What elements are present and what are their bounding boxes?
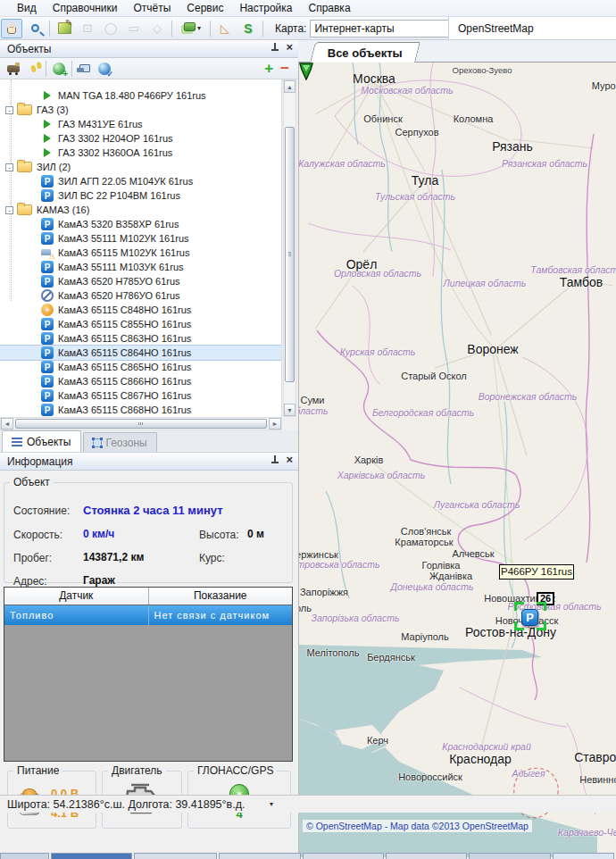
map-combo-label: Карта:: [275, 22, 306, 35]
polygon-tool-button[interactable]: ◇: [146, 19, 168, 38]
select-tool-button[interactable]: ⊡: [77, 19, 98, 38]
tree-item[interactable]: PКамАЗ 55111 М103УК 61rus: [0, 260, 281, 274]
map-tabbar: Все объекты: [298, 40, 616, 63]
tree-item-label: КамАЗ 55111 М102УК 161rus: [58, 233, 189, 244]
tree-item[interactable]: PКамАЗ 65115 С865НО 161rus: [0, 360, 281, 374]
menu-item[interactable]: Справка: [300, 1, 358, 15]
expand-icon[interactable]: -: [5, 106, 13, 114]
map-tab-all-objects[interactable]: Все объекты: [310, 42, 420, 63]
menu-item[interactable]: Справочники: [45, 1, 126, 15]
tree-item-label: КамАЗ 65115 М102УК 161rus: [58, 247, 189, 258]
tree-item[interactable]: КамАЗ 65115 С848НО 161rus: [0, 303, 281, 317]
pin-icon[interactable]: [271, 42, 279, 53]
measure-button[interactable]: ◺: [214, 19, 236, 38]
tree-item-label: ГАЗ 3302 Н204ОР 161rus: [58, 133, 173, 144]
expand-icon[interactable]: -: [5, 206, 13, 214]
tree-group[interactable]: -ГАЗ (3): [0, 103, 281, 117]
sensor-row[interactable]: ТопливоНет связи с датчиком: [4, 605, 292, 625]
parking-marker[interactable]: P: [521, 609, 538, 626]
tab-geozones[interactable]: Геозоны: [83, 432, 157, 452]
vehicle-direction-marker[interactable]: [299, 63, 313, 80]
tree-item-label: КамАЗ 65115 С848НО 161rus: [58, 304, 191, 315]
tree-item[interactable]: PЗИЛ АГП 22.05 М104УК 61rus: [0, 174, 281, 188]
tree-item[interactable]: MAN TGA 18.480 Р466РУ 161rus: [0, 88, 281, 103]
expand-icon[interactable]: -: [5, 163, 13, 171]
close-icon[interactable]: ×: [286, 455, 293, 465]
tree-item[interactable]: PКамАЗ 65115 С867НО 161rus: [0, 388, 281, 403]
tree-item-label: КАМАЗ (16): [37, 204, 89, 215]
scroll-down-icon[interactable]: ▼: [284, 404, 296, 416]
map-region-label: Курская область: [340, 346, 416, 357]
arrow-icon: [41, 118, 54, 130]
sensors-table-header: Датчик Показание: [4, 588, 292, 605]
map-city-label: Суми: [300, 395, 324, 405]
state-label: Состояние:: [13, 505, 70, 517]
hand-tool-button[interactable]: [1, 19, 22, 38]
chevron-down-icon[interactable]: ▾: [270, 800, 273, 808]
tree-item[interactable]: ГАЗ 3302 Н360ОА 161rus: [0, 146, 281, 160]
map-city-label: Харків: [354, 455, 384, 465]
tree-item[interactable]: PКамАЗ 65115 С864НО 161rus: [0, 346, 281, 360]
scroll-left-icon[interactable]: ◄: [1, 418, 13, 430]
tree-item[interactable]: КамАЗ 6520 Н786УО 61rus: [0, 288, 281, 303]
remove-object-button[interactable]: −: [280, 60, 289, 78]
tree-group[interactable]: -ЗИЛ (2): [0, 160, 281, 174]
tree-item[interactable]: PКамАЗ 6520 Н785УО 61rus: [0, 274, 281, 288]
object-groupbox: Объект Состояние: Стоянка 2 часа 11 мину…: [4, 476, 293, 583]
object-group-title: Объект: [10, 476, 54, 488]
map-provider-combobox[interactable]: OpenStreetMap: [448, 17, 616, 39]
tracks-button[interactable]: [23, 60, 43, 78]
window-strip-segment: [219, 853, 300, 859]
menu-item[interactable]: Вид: [9, 1, 45, 15]
map-type-value: Интернет-карты: [314, 22, 394, 35]
tree-item[interactable]: PКамАЗ 65115 С866НО 161rus: [0, 374, 281, 388]
horizontal-scroll-thumb[interactable]: [15, 419, 267, 429]
scroll-up-icon[interactable]: ▲: [284, 80, 296, 93]
globe-check-button[interactable]: [95, 60, 114, 78]
map-city-label: Муром: [592, 80, 616, 91]
tree-item[interactable]: КамАЗ 65115 М102УК 161rus: [0, 246, 281, 260]
menu-item[interactable]: Настройка: [231, 1, 300, 15]
tree-item[interactable]: PКамАЗ 65115 С855НО 161rus: [0, 317, 281, 331]
tree-item[interactable]: PЗИЛ ВС 22 Р104ВМ 161rus: [0, 188, 281, 203]
close-icon[interactable]: ×: [286, 42, 293, 53]
add-object-button[interactable]: +: [264, 60, 273, 78]
window-strip-segment: [469, 853, 550, 859]
tree-item[interactable]: ГАЗ М431УЕ 61rus: [0, 117, 281, 131]
tree-item-label: ЗИЛ (2): [37, 162, 71, 172]
tree-group[interactable]: -КАМАЗ (16): [0, 203, 281, 217]
info-panel-title: Информация: [7, 455, 72, 468]
edit-map-button[interactable]: [54, 19, 75, 38]
tree-vertical-scrollbar[interactable]: ▲ ▼: [283, 79, 296, 417]
menu-item[interactable]: Отчёты: [125, 1, 179, 15]
scroll-right-icon[interactable]: ►: [269, 418, 281, 430]
vertical-scroll-thumb[interactable]: [285, 127, 295, 382]
tree-horizontal-scrollbar[interactable]: ◄ ►: [0, 417, 282, 430]
rect-tool-button[interactable]: ▭: [123, 19, 145, 38]
tree-item[interactable]: ГАЗ 3302 Н204ОР 161rus: [0, 131, 281, 146]
vehicle-monitor-button[interactable]: [75, 60, 95, 78]
route-button[interactable]: S: [237, 19, 259, 38]
tree-item[interactable]: PКамАЗ 65115 С863НО 161rus: [0, 331, 281, 346]
globe-add-button[interactable]: [49, 60, 69, 78]
menu-item[interactable]: Сервис: [179, 1, 231, 15]
map-region-label: Воронежская область: [479, 391, 578, 402]
map-edit-icon: [58, 22, 71, 34]
value-column-header: Показание: [149, 588, 293, 605]
map-region-label: Донецька область: [391, 581, 474, 592]
map-canvas[interactable]: МоскваОрехово-ЗуевоМуромОбнинскКоломнаСе…: [298, 63, 616, 857]
ellipse-tool-button[interactable]: ◯: [100, 19, 121, 38]
map-tab-label: Все объекты: [328, 46, 403, 60]
window-strip-segment: [553, 853, 614, 859]
zoom-tool-button[interactable]: [24, 19, 46, 38]
layers-button[interactable]: ▾: [176, 19, 206, 38]
pin-icon[interactable]: [271, 455, 279, 465]
tree-item[interactable]: PКамАЗ 65115 С868НО 161rus: [0, 403, 281, 417]
vehicle-list-button[interactable]: [4, 60, 23, 78]
polygon-icon: ◇: [153, 21, 162, 35]
geozone-icon: [93, 438, 102, 447]
tree-item[interactable]: PКамАЗ 55111 М102УК 161rus: [0, 231, 281, 246]
address-value: Гараж: [83, 574, 115, 587]
tab-objects[interactable]: Объекты: [2, 430, 81, 452]
tree-item[interactable]: PКамАЗ 5320 В358ХР 61rus: [0, 217, 281, 231]
